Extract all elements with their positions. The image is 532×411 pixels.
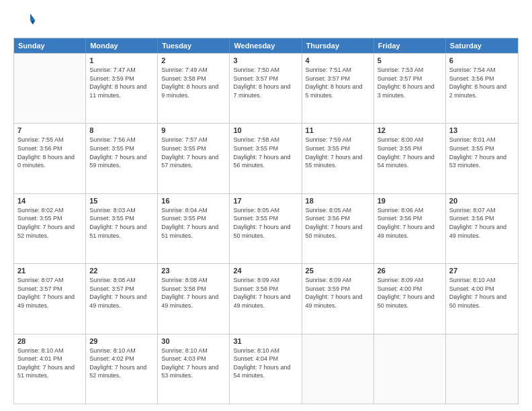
day-info: Sunrise: 8:02 AMSunset: 3:55 PMDaylight:… bbox=[17, 206, 82, 240]
day-info: Sunrise: 8:06 AMSunset: 3:56 PMDaylight:… bbox=[378, 206, 442, 240]
day-number: 23 bbox=[161, 267, 226, 275]
day-number: 10 bbox=[233, 126, 298, 134]
calendar-cell-5-1: 28Sunrise: 8:10 AMSunset: 4:01 PMDayligh… bbox=[14, 334, 86, 404]
calendar-cell-2-3: 9Sunrise: 7:57 AMSunset: 3:55 PMDaylight… bbox=[158, 124, 230, 193]
calendar: SundayMondayTuesdayWednesdayThursdayFrid… bbox=[13, 38, 519, 404]
calendar-cell-1-4: 3Sunrise: 7:50 AMSunset: 3:57 PMDaylight… bbox=[230, 54, 302, 123]
weekday-header-thursday: Thursday bbox=[302, 38, 374, 53]
day-info: Sunrise: 8:10 AMSunset: 4:00 PMDaylight:… bbox=[449, 276, 515, 310]
day-info: Sunrise: 8:08 AMSunset: 3:58 PMDaylight:… bbox=[161, 276, 226, 310]
calendar-row-5: 28Sunrise: 8:10 AMSunset: 4:01 PMDayligh… bbox=[14, 334, 518, 404]
day-number: 24 bbox=[233, 267, 298, 275]
day-info: Sunrise: 7:55 AMSunset: 3:56 PMDaylight:… bbox=[17, 136, 82, 169]
day-number: 3 bbox=[233, 56, 298, 64]
day-number: 29 bbox=[89, 337, 154, 345]
page: SundayMondayTuesdayWednesdayThursdayFrid… bbox=[0, 0, 532, 411]
day-info: Sunrise: 8:10 AMSunset: 4:04 PMDaylight:… bbox=[233, 347, 298, 380]
calendar-cell-3-7: 20Sunrise: 8:07 AMSunset: 3:56 PMDayligh… bbox=[446, 194, 518, 263]
day-number: 25 bbox=[306, 267, 370, 275]
day-number: 2 bbox=[161, 56, 226, 64]
calendar-cell-2-6: 12Sunrise: 8:00 AMSunset: 3:55 PMDayligh… bbox=[374, 124, 446, 193]
calendar-cell-3-5: 18Sunrise: 8:05 AMSunset: 3:56 PMDayligh… bbox=[302, 194, 374, 263]
day-info: Sunrise: 8:03 AMSunset: 3:55 PMDaylight:… bbox=[89, 206, 154, 240]
day-number: 28 bbox=[17, 337, 82, 345]
day-number: 15 bbox=[89, 197, 154, 205]
day-number: 19 bbox=[378, 197, 442, 205]
day-info: Sunrise: 7:49 AMSunset: 3:58 PMDaylight:… bbox=[161, 66, 226, 99]
calendar-cell-2-7: 13Sunrise: 8:01 AMSunset: 3:55 PMDayligh… bbox=[446, 124, 518, 193]
weekday-header-wednesday: Wednesday bbox=[230, 38, 302, 53]
calendar-cell-1-5: 4Sunrise: 7:51 AMSunset: 3:57 PMDaylight… bbox=[302, 54, 374, 123]
calendar-row-3: 14Sunrise: 8:02 AMSunset: 3:55 PMDayligh… bbox=[14, 193, 518, 263]
day-info: Sunrise: 7:57 AMSunset: 3:55 PMDaylight:… bbox=[161, 136, 226, 169]
day-number: 14 bbox=[17, 197, 82, 205]
logo-icon bbox=[16, 9, 36, 30]
calendar-cell-4-5: 25Sunrise: 8:09 AMSunset: 3:59 PMDayligh… bbox=[302, 264, 374, 333]
weekday-header-tuesday: Tuesday bbox=[158, 38, 230, 53]
calendar-cell-1-3: 2Sunrise: 7:49 AMSunset: 3:58 PMDaylight… bbox=[158, 54, 230, 123]
day-number: 31 bbox=[233, 337, 298, 345]
svg-marker-1 bbox=[30, 21, 36, 25]
header bbox=[13, 12, 519, 32]
day-number: 26 bbox=[378, 267, 442, 275]
day-info: Sunrise: 7:50 AMSunset: 3:57 PMDaylight:… bbox=[233, 66, 298, 99]
day-info: Sunrise: 8:01 AMSunset: 3:55 PMDaylight:… bbox=[449, 136, 515, 169]
calendar-cell-4-2: 22Sunrise: 8:08 AMSunset: 3:57 PMDayligh… bbox=[86, 264, 158, 333]
logo bbox=[13, 12, 36, 32]
calendar-cell-1-6: 5Sunrise: 7:53 AMSunset: 3:57 PMDaylight… bbox=[374, 54, 446, 123]
calendar-cell-4-6: 26Sunrise: 8:09 AMSunset: 4:00 PMDayligh… bbox=[374, 264, 446, 333]
calendar-cell-5-3: 30Sunrise: 8:10 AMSunset: 4:03 PMDayligh… bbox=[158, 334, 230, 404]
day-info: Sunrise: 8:05 AMSunset: 3:55 PMDaylight:… bbox=[233, 206, 298, 240]
calendar-cell-4-1: 21Sunrise: 8:07 AMSunset: 3:57 PMDayligh… bbox=[14, 264, 86, 333]
calendar-cell-4-4: 24Sunrise: 8:09 AMSunset: 3:58 PMDayligh… bbox=[230, 264, 302, 333]
calendar-cell-3-4: 17Sunrise: 8:05 AMSunset: 3:55 PMDayligh… bbox=[230, 194, 302, 263]
day-info: Sunrise: 8:10 AMSunset: 4:01 PMDaylight:… bbox=[17, 347, 82, 380]
day-number: 22 bbox=[89, 267, 154, 275]
day-number: 20 bbox=[449, 197, 515, 205]
day-number: 21 bbox=[17, 267, 82, 275]
calendar-cell-5-6 bbox=[374, 334, 446, 404]
day-number: 8 bbox=[89, 126, 154, 134]
svg-marker-0 bbox=[30, 13, 36, 21]
calendar-cell-2-2: 8Sunrise: 7:56 AMSunset: 3:55 PMDaylight… bbox=[86, 124, 158, 193]
weekday-header-friday: Friday bbox=[374, 38, 446, 53]
calendar-cell-3-3: 16Sunrise: 8:04 AMSunset: 3:55 PMDayligh… bbox=[158, 194, 230, 263]
day-info: Sunrise: 8:00 AMSunset: 3:55 PMDaylight:… bbox=[378, 136, 442, 169]
day-info: Sunrise: 7:51 AMSunset: 3:57 PMDaylight:… bbox=[306, 66, 370, 99]
calendar-body: 1Sunrise: 7:47 AMSunset: 3:59 PMDaylight… bbox=[14, 53, 518, 404]
day-info: Sunrise: 8:04 AMSunset: 3:55 PMDaylight:… bbox=[161, 206, 226, 240]
day-info: Sunrise: 8:10 AMSunset: 4:02 PMDaylight:… bbox=[89, 347, 154, 380]
calendar-cell-5-4: 31Sunrise: 8:10 AMSunset: 4:04 PMDayligh… bbox=[230, 334, 302, 404]
day-info: Sunrise: 8:10 AMSunset: 4:03 PMDaylight:… bbox=[161, 347, 226, 380]
day-number: 18 bbox=[306, 197, 370, 205]
weekday-header-monday: Monday bbox=[86, 38, 158, 53]
day-number: 6 bbox=[449, 56, 515, 64]
weekday-header-sunday: Sunday bbox=[14, 38, 86, 53]
day-info: Sunrise: 7:47 AMSunset: 3:59 PMDaylight:… bbox=[89, 66, 154, 99]
day-number: 16 bbox=[161, 197, 226, 205]
calendar-cell-2-1: 7Sunrise: 7:55 AMSunset: 3:56 PMDaylight… bbox=[14, 124, 86, 193]
day-info: Sunrise: 7:53 AMSunset: 3:57 PMDaylight:… bbox=[378, 66, 442, 99]
day-number: 30 bbox=[161, 337, 226, 345]
calendar-cell-1-1 bbox=[14, 54, 86, 123]
day-number: 27 bbox=[449, 267, 515, 275]
calendar-header: SundayMondayTuesdayWednesdayThursdayFrid… bbox=[14, 38, 518, 53]
calendar-cell-2-4: 10Sunrise: 7:58 AMSunset: 3:55 PMDayligh… bbox=[230, 124, 302, 193]
day-number: 9 bbox=[161, 126, 226, 134]
calendar-cell-3-6: 19Sunrise: 8:06 AMSunset: 3:56 PMDayligh… bbox=[374, 194, 446, 263]
calendar-cell-1-7: 6Sunrise: 7:54 AMSunset: 3:56 PMDaylight… bbox=[446, 54, 518, 123]
calendar-cell-4-7: 27Sunrise: 8:10 AMSunset: 4:00 PMDayligh… bbox=[446, 264, 518, 333]
day-number: 1 bbox=[89, 56, 154, 64]
weekday-header-saturday: Saturday bbox=[446, 38, 518, 53]
day-number: 4 bbox=[306, 56, 370, 64]
calendar-cell-3-2: 15Sunrise: 8:03 AMSunset: 3:55 PMDayligh… bbox=[86, 194, 158, 263]
day-info: Sunrise: 8:07 AMSunset: 3:56 PMDaylight:… bbox=[449, 206, 515, 240]
day-number: 13 bbox=[449, 126, 515, 134]
calendar-cell-3-1: 14Sunrise: 8:02 AMSunset: 3:55 PMDayligh… bbox=[14, 194, 86, 263]
day-number: 7 bbox=[17, 126, 82, 134]
day-number: 11 bbox=[306, 126, 370, 134]
day-info: Sunrise: 7:59 AMSunset: 3:55 PMDaylight:… bbox=[306, 136, 370, 169]
calendar-row-2: 7Sunrise: 7:55 AMSunset: 3:56 PMDaylight… bbox=[14, 123, 518, 193]
day-info: Sunrise: 7:54 AMSunset: 3:56 PMDaylight:… bbox=[449, 66, 515, 99]
day-number: 17 bbox=[233, 197, 298, 205]
